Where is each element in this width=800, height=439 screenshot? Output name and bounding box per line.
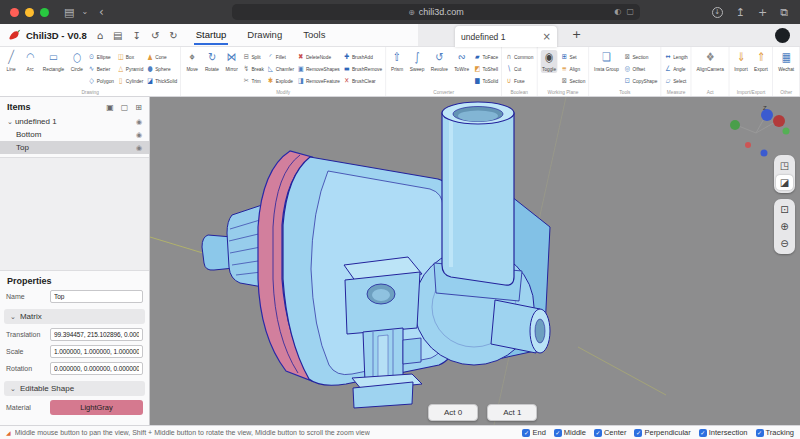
ribbon-button-sweep[interactable]: ∫Sweep	[408, 50, 426, 73]
save-icon[interactable]: ▤	[113, 30, 122, 41]
ribbon-button-select[interactable]: ▱Select	[664, 75, 687, 86]
checkbox-checked-icon[interactable]: ✓	[554, 429, 562, 437]
snap-tracking[interactable]: ✓Tracking	[756, 428, 794, 437]
ribbon-button-brushclear[interactable]: ✕BrushClear	[343, 75, 382, 86]
tab-overview-icon[interactable]: ⧉	[780, 7, 788, 18]
collapse-panel-icon[interactable]: ▢	[121, 103, 129, 112]
wireframe-view-button[interactable]: ◳	[776, 158, 793, 173]
ribbon-button-export[interactable]: ⇑Export	[753, 50, 770, 73]
ribbon-button-brushadd[interactable]: ✚BrushAdd	[343, 51, 382, 62]
zoom-window-button[interactable]	[40, 8, 49, 17]
ribbon-button-set[interactable]: ⊞Set	[561, 51, 586, 62]
checkbox-checked-icon[interactable]: ✓	[756, 429, 764, 437]
ribbon-button-brushremove[interactable]: ▬BrushRemove	[343, 63, 382, 74]
ribbon-button-toshell[interactable]: ◩ToShell	[474, 63, 498, 74]
ribbon-button-thicksolid[interactable]: ◪ThickSolid	[146, 75, 177, 86]
snap-center[interactable]: ✓Center	[594, 428, 627, 437]
tree-expander-icon[interactable]: ⌄	[7, 118, 13, 126]
ribbon-button-fillet[interactable]: ◜Fillet	[267, 51, 294, 62]
snap-intersection[interactable]: ✓Intersection	[699, 428, 748, 437]
ribbon-button-rectangle[interactable]: ▭Rectangle	[41, 50, 66, 73]
github-icon[interactable]	[775, 28, 790, 43]
viewport-3d[interactable]: Z ◳ ◪ ⊡ ⊕ ⊖ Act 0 Act 1	[150, 97, 800, 425]
ribbon-button-circle[interactable]: ○Circle	[69, 50, 85, 73]
zoom-fit-button[interactable]: ⊡	[776, 202, 793, 217]
ribbon-button-sphere[interactable]: ●Sphere	[146, 63, 177, 74]
ribbon-button-towire[interactable]: ∾ToWire	[453, 50, 471, 73]
material-button[interactable]: LightGray	[50, 400, 143, 415]
ribbon-button-section[interactable]: ⊠Section	[561, 75, 586, 86]
ribbon-button-aligncamera[interactable]: ❖AlignCamera	[695, 50, 726, 73]
checkbox-checked-icon[interactable]: ✓	[634, 429, 642, 437]
zoom-out-button[interactable]: ⊖	[776, 236, 793, 251]
download-icon[interactable]: ↧	[133, 30, 141, 41]
translation-input[interactable]	[50, 328, 143, 341]
ribbon-button-cylinder[interactable]: ▯Cylinder	[117, 75, 143, 86]
visibility-eye-icon[interactable]: ◉	[136, 118, 142, 126]
ribbon-button-toface[interactable]: ▰ToFace	[474, 51, 498, 62]
minimize-window-button[interactable]	[25, 8, 34, 17]
snap-perpendicular[interactable]: ✓Perpendicular	[634, 428, 690, 437]
ribbon-button-pyramid[interactable]: △Pyramid	[117, 63, 143, 74]
back-icon[interactable]: ‹	[99, 6, 104, 18]
chevron-down-icon[interactable]: ⌄	[81, 8, 88, 16]
ribbon-button-mirror[interactable]: ⋈Mirror	[224, 50, 240, 73]
ribbon-button-toggle[interactable]: ◉Toggle	[540, 50, 557, 73]
ribbon-button-trim[interactable]: ✂Trim	[243, 75, 264, 86]
display-icon[interactable]: ▢	[626, 7, 634, 16]
ribbon-button-cone[interactable]: ▲Cone	[146, 51, 177, 62]
scale-input[interactable]	[50, 345, 143, 358]
ribbon-button-removefeature[interactable]: ◨RemoveFeature	[297, 75, 340, 86]
tree-item-top[interactable]: Top◉	[0, 141, 149, 154]
checkbox-checked-icon[interactable]: ✓	[699, 429, 707, 437]
matrix-section-header[interactable]: ⌄ Matrix	[4, 309, 145, 324]
ribbon-button-ellipse[interactable]: ⊙Ellipse	[88, 51, 114, 62]
ribbon-button-chamfer[interactable]: ◺Chamfer	[267, 63, 294, 74]
ribbon-button-align[interactable]: ≡Align	[561, 63, 586, 74]
ribbon-button-removeshapes[interactable]: ▣RemoveShapes	[297, 63, 340, 74]
ribbon-button-explode[interactable]: ✱Explode	[267, 75, 294, 86]
close-document-icon[interactable]: ×	[543, 31, 551, 42]
share-icon[interactable]: ↥	[736, 7, 745, 18]
tab-drawing[interactable]: Drawing	[245, 25, 284, 45]
rotation-input[interactable]	[50, 362, 143, 375]
undo-icon[interactable]: ↺	[151, 30, 159, 41]
visibility-eye-icon[interactable]: ◉	[136, 131, 142, 139]
ribbon-button-insta-group[interactable]: ❏Insta Group	[593, 50, 621, 73]
act-0-button[interactable]: Act 0	[428, 404, 478, 421]
downloads-icon[interactable]: ↓	[712, 7, 723, 18]
pump-model[interactable]	[202, 102, 550, 408]
visibility-eye-icon[interactable]: ◉	[136, 144, 142, 152]
ribbon-button-common[interactable]: ∩Common	[505, 51, 533, 62]
ribbon-button-fuse[interactable]: ∪Fuse	[505, 75, 533, 86]
ribbon-button-break[interactable]: ↯Break	[243, 63, 264, 74]
ribbon-button-length[interactable]: ↔Length	[664, 51, 687, 62]
ribbon-button-prism[interactable]: ⇧Prism	[389, 50, 405, 73]
expand-panel-icon[interactable]: ⊞	[135, 103, 142, 112]
home-icon[interactable]: ⌂	[97, 30, 103, 41]
privacy-report-icon[interactable]: ◐	[614, 7, 621, 16]
ribbon-button-split[interactable]: ⊟Split	[243, 51, 264, 62]
ribbon-button-wechat[interactable]: ▦Wechat	[777, 50, 796, 73]
ribbon-button-offset[interactable]: ◎Offset	[624, 63, 658, 74]
snap-middle[interactable]: ✓Middle	[554, 428, 586, 437]
checkbox-checked-icon[interactable]: ✓	[522, 429, 530, 437]
ribbon-button-move[interactable]: ⌖Move	[184, 50, 200, 73]
act-1-button[interactable]: Act 1	[487, 404, 537, 421]
ribbon-button-copyshape[interactable]: ⊡CopyShape	[624, 75, 658, 86]
new-document-icon[interactable]: +	[572, 28, 581, 41]
shaded-view-button[interactable]: ◪	[776, 175, 793, 190]
ribbon-button-box[interactable]: ◫Box	[117, 51, 143, 62]
tree-item-undefined-1[interactable]: ⌄undefined 1◉	[0, 115, 149, 128]
tree-item-bottom[interactable]: Bottom◉	[0, 128, 149, 141]
ribbon-button-deletenode[interactable]: ✖DeleteNode	[297, 51, 340, 62]
checkbox-checked-icon[interactable]: ✓	[594, 429, 602, 437]
ribbon-button-angle[interactable]: ∠Angle	[664, 63, 687, 74]
pump-model-canvas[interactable]	[150, 97, 800, 425]
ribbon-button-rotate[interactable]: ↻Rotate	[203, 50, 220, 73]
document-tab[interactable]: undefined 1 ×	[455, 26, 557, 47]
ribbon-button-import[interactable]: ⇓Import	[733, 50, 750, 73]
new-tab-icon[interactable]: +	[758, 7, 767, 18]
editable-shape-section-header[interactable]: ⌄ Editable Shape	[4, 381, 145, 396]
zoom-in-button[interactable]: ⊕	[776, 219, 793, 234]
